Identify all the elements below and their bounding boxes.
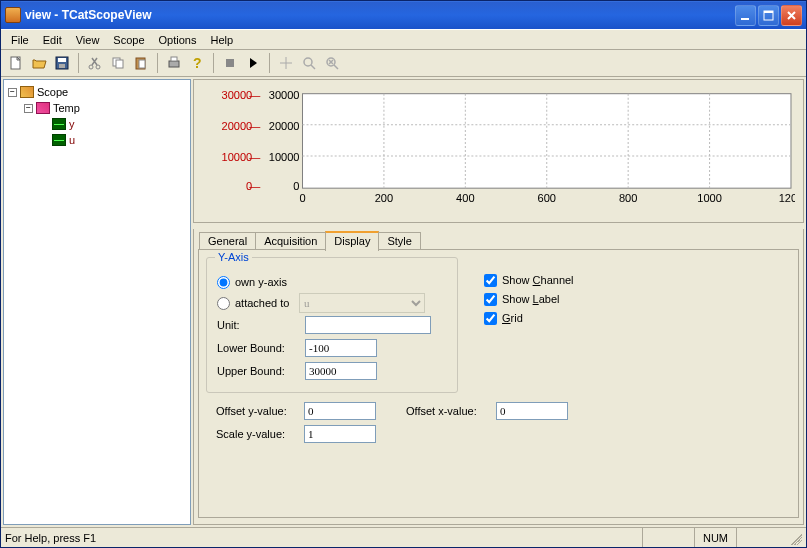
lower-bound-input[interactable] (305, 339, 377, 357)
svg-text:200: 200 (375, 192, 393, 204)
open-button[interactable] (28, 52, 50, 74)
svg-text:—: — (249, 151, 261, 163)
menu-help[interactable]: Help (203, 33, 240, 47)
upper-bound-input[interactable] (305, 362, 377, 380)
svg-text:0: 0 (293, 180, 299, 192)
y-axis-group: Y-Axis own y-axis attached to u (206, 257, 458, 393)
own-y-axis-radio[interactable] (217, 276, 230, 289)
lower-bound-label: Lower Bound: (217, 342, 305, 354)
print-button[interactable] (163, 52, 185, 74)
unit-input[interactable] (305, 316, 431, 334)
menu-edit[interactable]: Edit (36, 33, 69, 47)
window-title: view - TCatScopeView (25, 8, 735, 22)
chart: 30000— 20000— 10000— 0— 30000 20000 1000… (202, 88, 795, 220)
toolbar-separator (269, 53, 270, 73)
save-button[interactable] (51, 52, 73, 74)
svg-text:30000: 30000 (269, 89, 300, 101)
groupbox-label: Y-Axis (215, 251, 252, 263)
play-button[interactable] (242, 52, 264, 74)
svg-rect-10 (116, 60, 123, 68)
svg-text:10000: 10000 (269, 151, 300, 163)
scope-icon (20, 86, 34, 98)
svg-text:—: — (249, 89, 261, 101)
attached-to-select[interactable]: u (299, 293, 425, 313)
svg-text:600: 600 (538, 192, 556, 204)
upper-bound-label: Upper Bound: (217, 365, 305, 377)
app-icon (5, 7, 21, 23)
svg-rect-5 (58, 58, 66, 62)
tree-label[interactable]: Temp (53, 102, 80, 114)
toolbar: ? (1, 49, 806, 77)
svg-text:400: 400 (456, 192, 474, 204)
paste-button[interactable] (130, 52, 152, 74)
grid-checkbox[interactable] (484, 312, 497, 325)
minimize-button[interactable] (735, 5, 756, 26)
zoom-reset-button[interactable] (321, 52, 343, 74)
channel-icon (52, 134, 66, 146)
expand-icon[interactable]: − (8, 88, 17, 97)
tree-panel[interactable]: − Scope − Temp y u (3, 79, 191, 525)
menu-file[interactable]: File (4, 33, 36, 47)
svg-rect-14 (171, 57, 177, 61)
svg-text:—: — (249, 180, 261, 192)
svg-text:—: — (249, 120, 261, 132)
status-num: NUM (694, 528, 736, 547)
temp-icon (36, 102, 50, 114)
right-panel: 30000— 20000— 10000— 0— 30000 20000 1000… (193, 79, 804, 525)
svg-text:1200: 1200 (779, 192, 795, 204)
svg-text:800: 800 (619, 192, 637, 204)
svg-point-17 (304, 58, 312, 66)
menu-scope[interactable]: Scope (106, 33, 151, 47)
tree-label[interactable]: u (69, 134, 75, 146)
app-window: view - TCatScopeView File Edit View Scop… (0, 0, 807, 548)
scale-y-input[interactable] (304, 425, 376, 443)
toolbar-separator (213, 53, 214, 73)
chart-panel: 30000— 20000— 10000— 0— 30000 20000 1000… (193, 79, 804, 223)
tree-label[interactable]: y (69, 118, 75, 130)
svg-point-8 (96, 65, 100, 69)
stop-button[interactable] (219, 52, 241, 74)
menu-view[interactable]: View (69, 33, 107, 47)
attached-to-radio[interactable] (217, 297, 230, 310)
tab-acquisition[interactable]: Acquisition (255, 232, 326, 250)
titlebar: view - TCatScopeView (1, 1, 806, 29)
display-tab-content: Y-Axis own y-axis attached to u (206, 257, 791, 510)
maximize-button[interactable] (758, 5, 779, 26)
show-channel-checkbox[interactable] (484, 274, 497, 287)
close-button[interactable] (781, 5, 802, 26)
toolbar-separator (78, 53, 79, 73)
zoom-button[interactable] (298, 52, 320, 74)
svg-rect-13 (169, 61, 179, 67)
show-label-checkbox[interactable] (484, 293, 497, 306)
svg-text:?: ? (193, 55, 202, 71)
svg-point-7 (89, 65, 93, 69)
toolbar-separator (157, 53, 158, 73)
svg-text:0: 0 (299, 192, 305, 204)
svg-text:10000: 10000 (222, 151, 253, 163)
svg-rect-12 (139, 60, 145, 68)
tab-style[interactable]: Style (378, 232, 420, 250)
help-button[interactable]: ? (186, 52, 208, 74)
status-help-text: For Help, press F1 (5, 532, 96, 544)
cut-button[interactable] (84, 52, 106, 74)
svg-text:20000: 20000 (269, 120, 300, 132)
new-button[interactable] (5, 52, 27, 74)
channel-icon (52, 118, 66, 130)
own-y-axis-label: own y-axis (235, 276, 287, 288)
tabs: General Acquisition Display Style (194, 229, 803, 250)
resize-grip-icon[interactable] (788, 531, 802, 545)
menu-options[interactable]: Options (152, 33, 204, 47)
cursor-button[interactable] (275, 52, 297, 74)
svg-text:30000: 30000 (222, 89, 253, 101)
expand-icon[interactable]: − (24, 104, 33, 113)
statusbar: For Help, press F1 NUM (1, 527, 806, 547)
offset-x-label: Offset x-value: (406, 405, 496, 417)
svg-rect-2 (764, 11, 773, 13)
tab-display[interactable]: Display (325, 231, 379, 251)
copy-button[interactable] (107, 52, 129, 74)
tree-label[interactable]: Scope (37, 86, 68, 98)
offset-x-input[interactable] (496, 402, 568, 420)
offset-y-input[interactable] (304, 402, 376, 420)
svg-rect-16 (226, 59, 234, 67)
tab-general[interactable]: General (199, 232, 256, 250)
